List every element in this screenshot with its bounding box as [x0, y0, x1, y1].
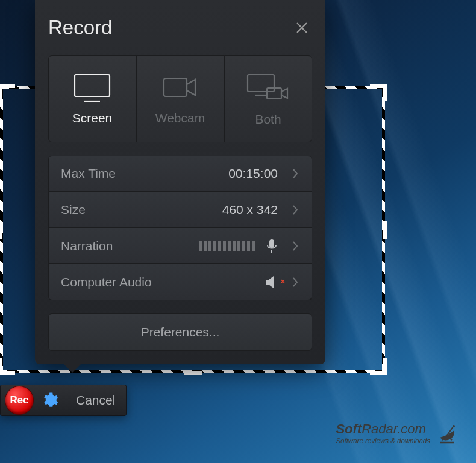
mode-screen-label: Screen: [72, 111, 113, 125]
monitor-icon: [71, 72, 113, 102]
input-level-meter: [199, 241, 255, 251]
size-row[interactable]: Size 460 x 342: [48, 192, 312, 228]
mode-webcam-label: Webcam: [155, 111, 205, 125]
record-toolbar: Rec Cancel: [0, 385, 127, 416]
chevron-right-icon: [289, 277, 302, 287]
mode-both-label: Both: [255, 112, 281, 127]
cancel-button-label: Cancel: [76, 393, 115, 407]
size-value: 460 x 342: [222, 203, 278, 217]
gear-icon: [40, 391, 58, 409]
cancel-button[interactable]: Cancel: [72, 393, 119, 408]
narration-row[interactable]: Narration: [48, 228, 312, 264]
toolbar-divider: [66, 391, 66, 409]
max-time-value: 00:15:00: [228, 166, 278, 181]
muted-indicator-icon: ×: [280, 277, 285, 286]
mode-screen-button[interactable]: Screen: [48, 55, 136, 142]
webcam-icon: [159, 72, 201, 102]
record-button-label: Rec: [10, 394, 28, 406]
microphone-icon: [266, 239, 277, 253]
watermark: SoftRadar.com Software reviews & downloa…: [336, 421, 459, 445]
speaker-muted-icon: [265, 276, 281, 289]
record-panel: Record Screen Webcam: [35, 0, 325, 364]
watermark-tagline: Software reviews & downloads: [336, 437, 430, 444]
panel-title: Record: [48, 16, 112, 39]
radar-dish-icon: [435, 421, 459, 445]
chevron-right-icon: [289, 169, 302, 178]
computer-audio-row[interactable]: Computer Audio ×: [48, 264, 312, 300]
chevron-right-icon: [289, 205, 302, 215]
mode-webcam-button[interactable]: Webcam: [136, 55, 224, 142]
preferences-label: Preferences...: [141, 325, 220, 339]
svg-point-9: [453, 425, 455, 427]
svg-rect-3: [248, 75, 274, 92]
max-time-label: Max Time: [61, 166, 116, 181]
size-label: Size: [61, 203, 86, 217]
close-button[interactable]: [292, 17, 312, 38]
preferences-button[interactable]: Preferences...: [48, 313, 312, 351]
watermark-site-name: SoftRadar.com: [336, 421, 426, 437]
microphone-button[interactable]: [263, 238, 280, 254]
chevron-right-icon: [289, 241, 302, 251]
computer-audio-toggle[interactable]: ×: [262, 274, 284, 291]
record-button[interactable]: Rec: [5, 386, 33, 414]
narration-label: Narration: [61, 239, 113, 253]
svg-rect-0: [75, 75, 110, 96]
settings-button[interactable]: [39, 390, 60, 411]
screen-and-webcam-icon: [245, 71, 291, 104]
mode-both-button[interactable]: Both: [224, 55, 312, 142]
svg-rect-6: [269, 239, 274, 248]
close-icon: [295, 21, 308, 34]
max-time-row[interactable]: Max Time 00:15:00: [48, 156, 312, 192]
svg-rect-2: [164, 78, 187, 96]
computer-audio-label: Computer Audio: [61, 275, 152, 289]
